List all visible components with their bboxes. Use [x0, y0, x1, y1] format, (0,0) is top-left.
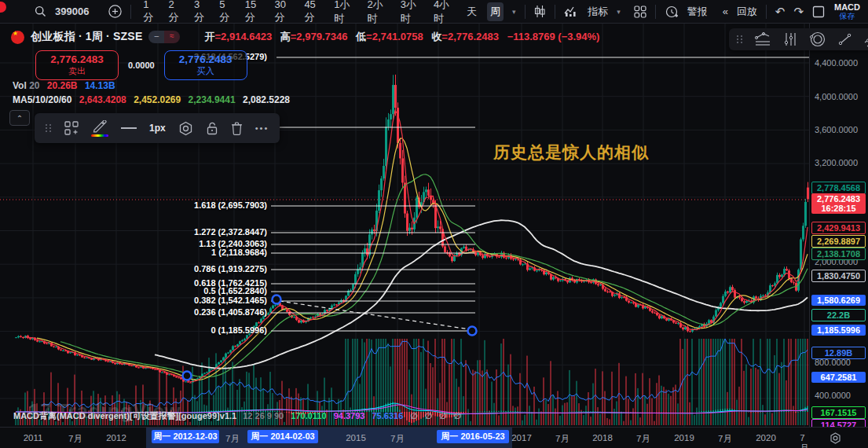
- interval-button-周[interactable]: 周: [487, 2, 504, 21]
- notification-dot: [0, 2, 6, 13]
- parallel-channel-tool-icon[interactable]: [864, 31, 868, 47]
- minimize-icon[interactable]: –: [148, 31, 164, 43]
- alert-button[interactable]: 警报: [687, 5, 708, 19]
- unlock-icon[interactable]: [206, 121, 218, 135]
- trade-panel: 2,776.2483卖出 0.0000 2,776.2483买入: [35, 50, 247, 80]
- save-button[interactable]: 保存: [840, 12, 855, 20]
- interval-button-天[interactable]: 天: [463, 2, 480, 21]
- indicators-button[interactable]: 指标: [588, 5, 608, 19]
- interval-button-1分[interactable]: 1分: [140, 0, 158, 27]
- favorites-toolbar: [729, 28, 868, 50]
- time-tick: 7月: [555, 433, 570, 445]
- delete-trash-icon[interactable]: [231, 121, 243, 135]
- time-tick: 7月: [225, 433, 240, 445]
- redo-icon[interactable]: ↷: [793, 5, 804, 19]
- drag-handle-icon[interactable]: [46, 124, 52, 132]
- time-axis[interactable]: 20117月20127月20157月20177月20187月20197月2020…: [0, 427, 809, 448]
- compare-add-icon[interactable]: [108, 5, 122, 18]
- interval-button-2小时[interactable]: 2小时: [364, 0, 390, 28]
- change-value: −113.8769 (−3.94%): [507, 31, 600, 42]
- interval-button-15分[interactable]: 15分: [242, 0, 265, 27]
- wave-icon[interactable]: ≈: [164, 31, 180, 43]
- macd-indicator-legend[interactable]: MACD背离(MACD divergent)[可设置报警][gouge99]v1…: [13, 410, 463, 422]
- price-badge: 2,138.1708: [811, 248, 866, 260]
- price-badge: 647.2581: [811, 372, 866, 383]
- interval-button-3小时[interactable]: 3小时: [397, 0, 423, 28]
- price-tick: 4,400.0000: [815, 58, 858, 68]
- fullscreen-icon[interactable]: [812, 6, 825, 18]
- time-tick: 2020: [756, 433, 776, 442]
- color-pencil-button[interactable]: [91, 120, 108, 137]
- legend-collapse-button[interactable]: ⌃: [9, 110, 30, 126]
- interval-button-1小时[interactable]: 1小时: [331, 0, 357, 28]
- price-badge: 2,776.248316:28:15: [811, 193, 866, 214]
- time-tick: 7月: [718, 433, 732, 445]
- sell-button[interactable]: 2,776.2483卖出: [35, 50, 119, 80]
- study-save-widget[interactable]: MACD 保存: [834, 3, 860, 20]
- trend-angle-tool-icon[interactable]: [754, 31, 771, 47]
- axis-settings-icon[interactable]: [830, 432, 841, 444]
- price-tick: 3,200.0000: [815, 158, 858, 167]
- toolbar-divider: [130, 5, 131, 19]
- line-style-icon[interactable]: [121, 127, 137, 130]
- settings-hexagon-icon[interactable]: [178, 121, 193, 136]
- template-add-icon[interactable]: [64, 121, 79, 135]
- toolbar-divider: [555, 5, 555, 19]
- drag-handle-icon[interactable]: [737, 35, 743, 43]
- ellipse-tool-icon[interactable]: [809, 31, 826, 48]
- cn-flag-icon: [11, 31, 24, 44]
- price-badge: 12.89B: [811, 347, 866, 359]
- ma-legend: MA5/10/20/60 2,643.4208 2,452.0269 2,234…: [13, 94, 290, 105]
- time-tick: 7月: [636, 433, 650, 445]
- text-annotation[interactable]: 历史总是惊人的相似: [493, 141, 649, 163]
- date-marker[interactable]: 周一 2016-05-23: [437, 430, 509, 443]
- drawing-toolbar: 1px •••: [35, 113, 280, 143]
- time-tick: 2015: [346, 433, 366, 442]
- indicators-icon[interactable]: [564, 6, 579, 17]
- price-tick: 3,600.0000: [815, 125, 858, 134]
- indicators-chevron-down-icon[interactable]: ▾: [617, 8, 621, 16]
- date-marker[interactable]: 周一 2014-02-03: [247, 430, 318, 443]
- toolbar-divider: [766, 5, 767, 19]
- pencil-icon: [93, 120, 107, 133]
- symbol-title[interactable]: 创业板指 · 1周 · SZSE: [31, 30, 142, 44]
- interval-button-5分[interactable]: 5分: [216, 0, 234, 27]
- legend-toggle-pill[interactable]: – ≈: [148, 31, 179, 43]
- price-axis[interactable]: 4,400.00004,000.00003,600.00003,200.0000…: [809, 24, 868, 427]
- symbol-search[interactable]: 399006: [55, 6, 89, 17]
- candlestick-style-icon[interactable]: [533, 5, 546, 18]
- interval-chevron-down-icon[interactable]: ▾: [512, 8, 516, 16]
- price-badge: 2,429.9413: [811, 222, 866, 234]
- time-tick: 2019: [674, 433, 694, 442]
- time-tick: 7月: [390, 433, 405, 445]
- interval-button-30分[interactable]: 30分: [272, 0, 295, 27]
- ohlc-values: 开=2,914.6423 高=2,979.7346 低=2,741.0758 收…: [205, 30, 600, 44]
- price-tick: 4,000.0000: [815, 92, 858, 101]
- price-badge: 2,778.4568: [811, 182, 866, 194]
- color-swatch: [91, 134, 108, 137]
- price-tick: 400.0000: [815, 391, 851, 400]
- toolbar-divider: [525, 5, 526, 19]
- undo-icon[interactable]: ↶: [775, 5, 786, 19]
- price-badge: 22.2B: [811, 309, 866, 321]
- interval-button-3分[interactable]: 3分: [191, 0, 209, 27]
- trend-line-tool-icon[interactable]: [837, 31, 853, 47]
- line-width-button[interactable]: 1px: [149, 123, 166, 134]
- replay-button[interactable]: 回放: [737, 5, 757, 19]
- price-badge: 1,580.6269: [811, 295, 866, 306]
- layout-grid-icon[interactable]: [634, 6, 646, 18]
- buy-button[interactable]: 2,776.2483买入: [164, 50, 247, 80]
- interval-button-2分[interactable]: 2分: [166, 0, 184, 27]
- date-marker[interactable]: 周一 2012-12-03: [152, 430, 219, 443]
- interval-button-4小时[interactable]: 4小时: [430, 0, 456, 28]
- vertical-lines-tool-icon[interactable]: [782, 31, 798, 47]
- more-options-button[interactable]: •••: [255, 123, 269, 133]
- interval-button-45分[interactable]: 45分: [301, 0, 324, 27]
- alert-clock-icon[interactable]: [665, 5, 679, 19]
- chart-legend: 创业板指 · 1周 · SZSE – ≈ 开=2,914.6423 高=2,97…: [11, 30, 599, 44]
- time-tick: 2012: [106, 433, 126, 442]
- replay-rewind-icon[interactable]: «: [723, 6, 728, 17]
- time-tick: 7月: [800, 433, 809, 448]
- search-icon[interactable]: [35, 6, 46, 17]
- top-toolbar: 399006 1分2分3分5分15分30分45分1小时2小时3小时4小时天周 ▾…: [0, 0, 868, 24]
